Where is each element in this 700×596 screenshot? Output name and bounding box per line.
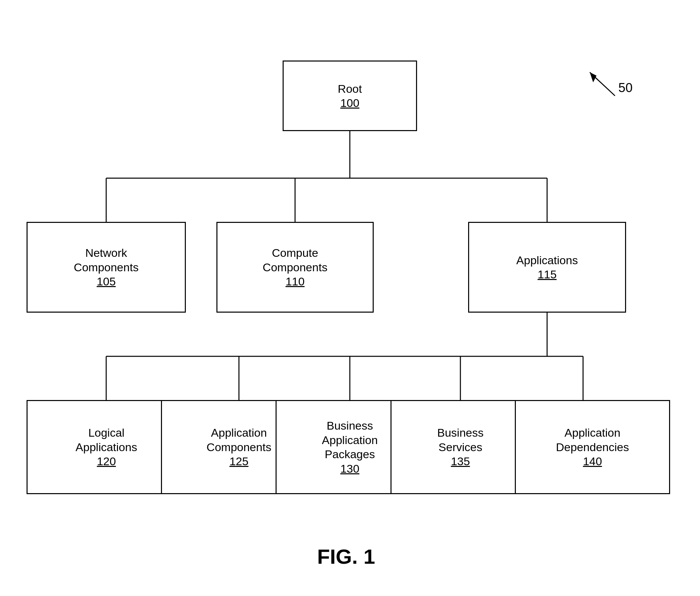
logical-applications-id: 120 xyxy=(97,454,116,469)
application-components-id: 125 xyxy=(230,454,249,469)
application-components-title: ApplicationComponents xyxy=(207,426,271,454)
root-node: Root 100 xyxy=(283,60,417,131)
business-services-node: BusinessServices 135 xyxy=(390,400,530,494)
root-title: Root xyxy=(338,82,362,96)
application-dependencies-node: ApplicationDependencies 140 xyxy=(515,400,670,494)
business-application-packages-id: 130 xyxy=(340,462,360,476)
network-components-node: NetworkComponents 105 xyxy=(27,222,186,313)
business-services-title: BusinessServices xyxy=(437,426,484,454)
network-components-id: 105 xyxy=(97,274,116,289)
application-dependencies-id: 140 xyxy=(583,454,602,469)
applications-id: 115 xyxy=(538,267,557,282)
logical-applications-title: LogicalApplications xyxy=(76,426,137,454)
business-application-packages-title: BusinessApplicationPackages xyxy=(322,419,378,462)
figure-label: FIG. 1 xyxy=(262,545,430,568)
compute-components-title: ComputeComponents xyxy=(263,246,328,274)
business-services-id: 135 xyxy=(451,454,470,469)
svg-line-12 xyxy=(590,72,615,96)
applications-node: Applications 115 xyxy=(468,222,626,313)
compute-components-id: 110 xyxy=(286,274,305,289)
svg-marker-13 xyxy=(590,72,596,82)
compute-components-node: ComputeComponents 110 xyxy=(216,222,374,313)
diagram-container: Root 100 NetworkComponents 105 ComputeCo… xyxy=(0,0,700,596)
root-id: 100 xyxy=(340,96,360,110)
ref-number-label: 50 xyxy=(618,81,632,95)
network-components-title: NetworkComponents xyxy=(74,246,139,274)
application-dependencies-title: ApplicationDependencies xyxy=(556,426,629,454)
applications-title: Applications xyxy=(516,253,578,268)
